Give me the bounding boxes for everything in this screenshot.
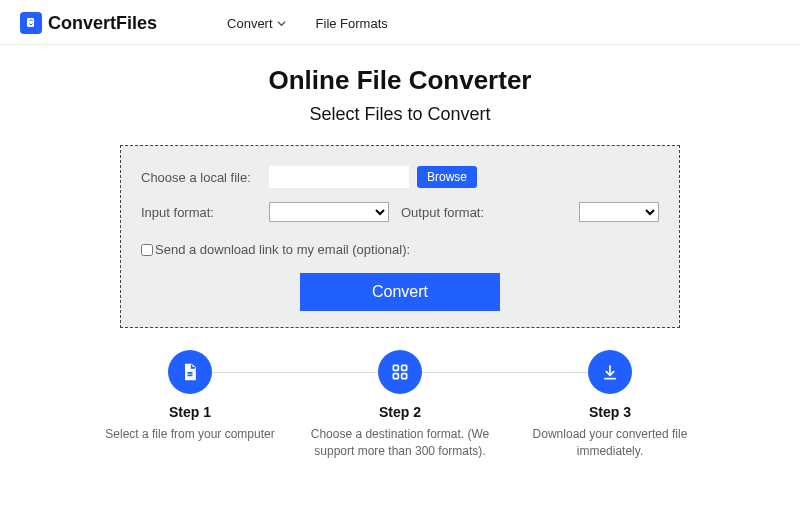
page-subtitle: Select Files to Convert xyxy=(0,104,800,125)
step-3-title: Step 3 xyxy=(589,404,631,420)
email-checkbox[interactable] xyxy=(141,244,153,256)
brand-name: ConvertFiles xyxy=(48,13,157,34)
step-1-desc: Select a file from your computer xyxy=(105,426,274,443)
step-2-title: Step 2 xyxy=(379,404,421,420)
format-row: Input format: Output format: xyxy=(141,202,659,222)
step-2: Step 2 Choose a destination format. (We … xyxy=(300,350,500,460)
nav: Convert File Formats xyxy=(227,16,388,31)
logo-icon xyxy=(20,12,42,34)
convert-button[interactable]: Convert xyxy=(300,273,500,311)
convert-panel: Choose a local file: Browse Input format… xyxy=(120,145,680,328)
step-1-title: Step 1 xyxy=(169,404,211,420)
svg-rect-2 xyxy=(402,365,407,370)
download-icon xyxy=(588,350,632,394)
input-format-select[interactable] xyxy=(269,202,389,222)
step-2-desc: Choose a destination format. (We support… xyxy=(308,426,492,460)
file-input[interactable] xyxy=(269,166,409,188)
nav-convert-label: Convert xyxy=(227,16,273,31)
svg-rect-1 xyxy=(393,365,398,370)
main: Online File Converter Select Files to Co… xyxy=(0,45,800,460)
top-bar: ConvertFiles Convert File Formats xyxy=(0,0,800,45)
brand-logo[interactable]: ConvertFiles xyxy=(20,12,157,34)
page-title: Online File Converter xyxy=(0,65,800,96)
nav-formats-label: File Formats xyxy=(316,16,388,31)
nav-file-formats[interactable]: File Formats xyxy=(316,16,388,31)
email-checkbox-label: Send a download link to my email (option… xyxy=(155,242,410,257)
svg-rect-4 xyxy=(402,374,407,379)
step-3-desc: Download your converted file immediately… xyxy=(518,426,702,460)
email-row: Send a download link to my email (option… xyxy=(141,242,659,257)
step-3: Step 3 Download your converted file imme… xyxy=(510,350,710,460)
svg-rect-3 xyxy=(393,374,398,379)
step-1: Step 1 Select a file from your computer xyxy=(90,350,290,460)
file-icon xyxy=(168,350,212,394)
input-format-label: Input format: xyxy=(141,205,261,220)
output-format-label: Output format: xyxy=(401,205,484,220)
output-format-select[interactable] xyxy=(579,202,659,222)
grid-icon xyxy=(378,350,422,394)
choose-file-row: Choose a local file: Browse xyxy=(141,166,659,188)
steps: Step 1 Select a file from your computer … xyxy=(90,350,710,460)
nav-convert[interactable]: Convert xyxy=(227,16,286,31)
chevron-down-icon xyxy=(277,16,286,31)
choose-file-label: Choose a local file: xyxy=(141,170,261,185)
browse-button[interactable]: Browse xyxy=(417,166,477,188)
